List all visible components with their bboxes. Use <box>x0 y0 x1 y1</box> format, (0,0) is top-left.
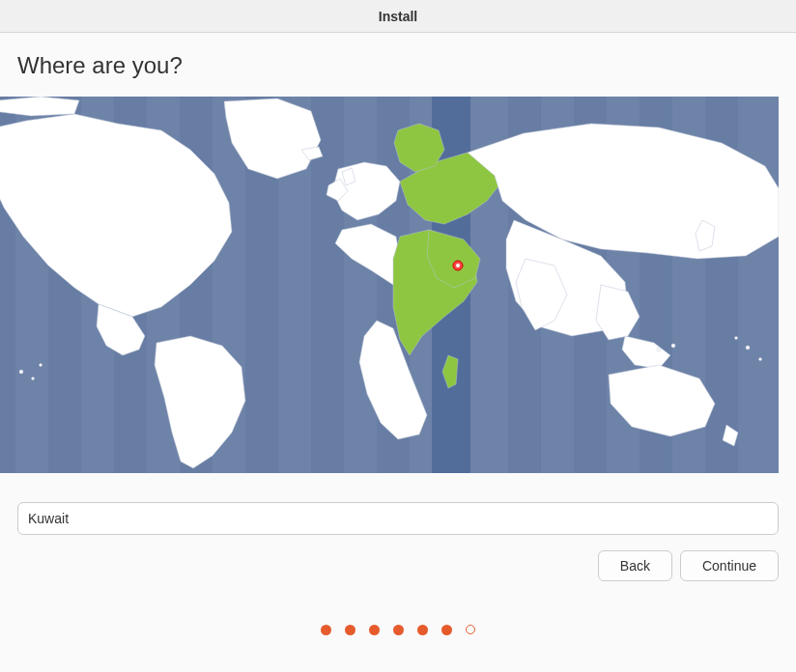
timezone-map[interactable] <box>0 97 779 473</box>
svg-point-20 <box>456 264 460 267</box>
svg-point-15 <box>759 358 762 361</box>
window-titlebar: Install <box>0 0 796 33</box>
page-title: Where are you? <box>17 52 779 79</box>
step-dot-2 <box>345 625 355 635</box>
step-dot-4 <box>393 625 404 635</box>
location-pin-icon <box>453 261 463 270</box>
svg-point-17 <box>657 348 661 351</box>
step-dot-1 <box>321 625 331 635</box>
main-content: Where are you? <box>0 33 796 79</box>
continue-button[interactable]: Continue <box>680 550 779 581</box>
button-row: Back Continue <box>17 550 779 581</box>
step-dot-7 <box>466 625 475 634</box>
step-indicator <box>0 625 796 635</box>
svg-point-16 <box>735 337 738 340</box>
location-input[interactable] <box>17 502 779 535</box>
svg-point-11 <box>19 370 23 374</box>
step-dot-3 <box>369 625 380 635</box>
svg-point-13 <box>40 364 43 367</box>
svg-point-12 <box>32 378 35 380</box>
form-area: Back Continue <box>0 473 796 581</box>
step-dot-5 <box>417 625 428 635</box>
location-row <box>17 502 779 535</box>
step-dot-6 <box>441 625 452 635</box>
svg-point-14 <box>746 346 750 350</box>
back-button[interactable]: Back <box>598 550 672 581</box>
window-title: Install <box>379 9 417 24</box>
svg-point-18 <box>671 344 675 348</box>
